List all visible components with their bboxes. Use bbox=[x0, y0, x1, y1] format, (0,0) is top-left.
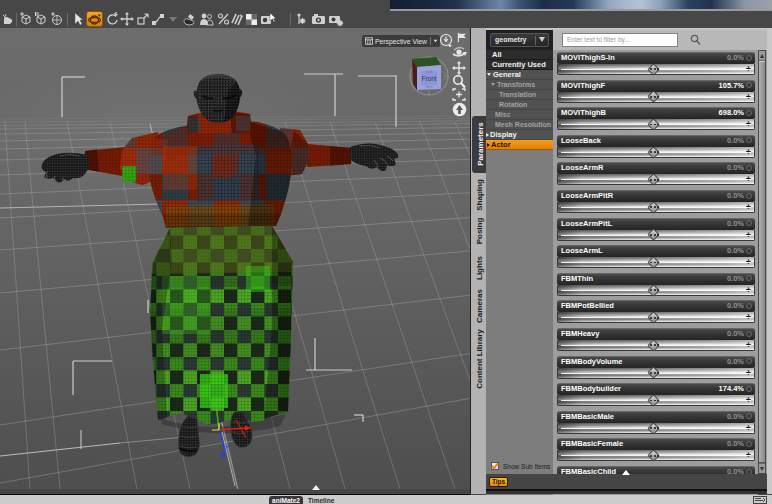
svg-text:Btm: Btm bbox=[425, 84, 433, 89]
svg-text:Front: Front bbox=[421, 75, 436, 82]
svg-text:Left: Left bbox=[426, 69, 434, 74]
